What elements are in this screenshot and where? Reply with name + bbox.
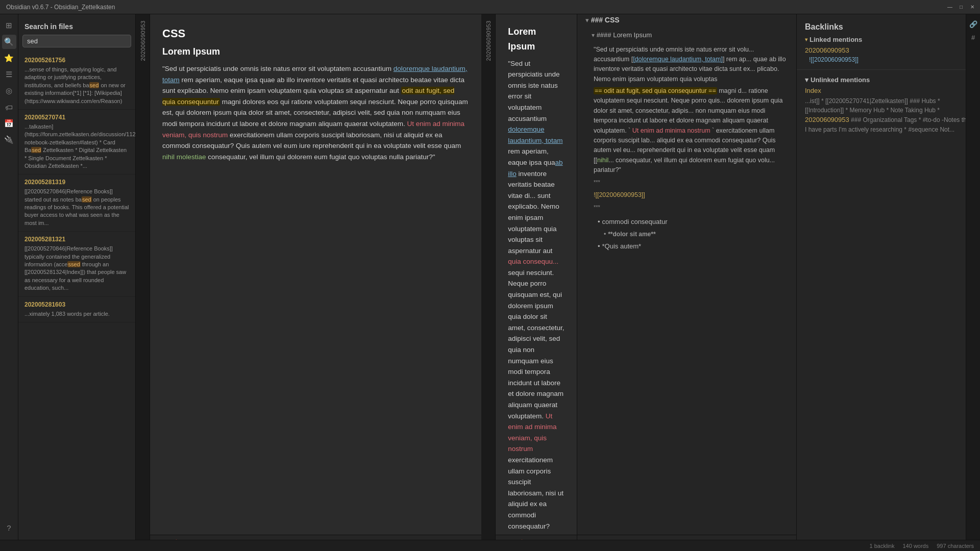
activity-search-icon[interactable]: 🔍 (2, 35, 16, 49)
triple-dot-1: *** (594, 178, 788, 187)
outline-item-commodi: • commodi consequatur (594, 216, 788, 229)
note-label-text-1: 202006090953 (140, 20, 146, 61)
preview-h4: #### Lorem Ipsum (597, 31, 652, 39)
unlinked-text: ...ist]] * [[202005270741|Zettelkasten]]… (805, 96, 972, 134)
bullet: • (598, 241, 600, 252)
result-id: 202005281321 (24, 236, 129, 243)
titlebar-controls[interactable]: — □ ✕ (946, 4, 976, 11)
notes-area: 202006090953 CSS Lorem Ipsum "Sed ut per… (136, 14, 577, 551)
linked-label: Linked mentions (810, 36, 862, 43)
note-label-text-2: 202006090953 (485, 20, 492, 61)
backlinks-unlinked-section: ▾ Unlinked mentions Index ...ist]] * [[2… (797, 76, 980, 134)
list-item[interactable]: 202005281321 [[202005270846|Reference Bo… (18, 232, 135, 296)
preview-content[interactable]: ▾ ### CSS ▾ #### Lorem Ipsum "Sed ut per… (577, 14, 796, 535)
backlinks-header: Backlinks (797, 14, 980, 36)
index-link[interactable]: Index (805, 87, 972, 94)
activity-graph-icon[interactable]: ◎ (2, 84, 16, 98)
highlight-ut-enim-1: Ut enim ad minima veniam, quis nostrum (162, 120, 464, 139)
activity-files-icon[interactable]: ⊞ (2, 18, 16, 33)
backlinks-sub-link[interactable]: ![[202006090953]] (809, 56, 972, 63)
note-subtitle-2: Lorem Ipsum (508, 24, 565, 54)
backlinks-inline-link[interactable]: 202006090953 (805, 116, 849, 123)
backlinks-divider (797, 69, 980, 70)
right-strip-link-icon[interactable]: 🔗 (968, 18, 979, 30)
link-doloremque-1[interactable]: doloremque laudantium, totam (162, 65, 468, 84)
highlight-red-preview: Ut enim ad minima nostrum (632, 127, 710, 134)
maximize-button[interactable]: □ (958, 4, 965, 11)
highlight-nihil-1: nihil molestiae (162, 153, 206, 161)
list-item[interactable]: 202005261756 ...sense of things, applyin… (18, 53, 135, 110)
result-id: 202005281319 (24, 179, 129, 186)
note-body-1: "Sed ut perspiciatis unde omnis iste nat… (162, 63, 469, 162)
note-content-1[interactable]: CSS Lorem Ipsum "Sed ut perspiciatis und… (150, 14, 481, 535)
note-subtitle-1: Lorem Ipsum (162, 44, 469, 59)
status-chars: 997 characters (937, 543, 974, 549)
result-id: 202005270741 (24, 114, 129, 121)
preview-sub-title: ▾ #### Lorem Ipsum (592, 30, 788, 41)
activity-bar: ⊞ 🔍 ⭐ ☰ ◎ 🏷 📅 🔌 ? ⚙ (0, 14, 18, 551)
backlinks-linked-section: ▾ Linked mentions 202006090953 ![[202006… (797, 36, 980, 63)
note-body-2: "Sed ut perspiciatis unde omnis iste nat… (508, 58, 565, 535)
activity-tags-icon[interactable]: 🏷 (2, 100, 16, 114)
right-strip-hash-icon[interactable]: # (968, 32, 979, 43)
preview-section-title: ▾ ### CSS (585, 14, 788, 26)
list-item[interactable]: 202005270741 ...talkasten] (https://foru… (18, 110, 135, 174)
result-text: ...sense of things, applying logic, and … (24, 66, 129, 105)
unlinked-label: Unlinked mentions (811, 76, 870, 84)
sidebar-right: Backlinks ▾ Linked mentions 202006090953… (796, 14, 980, 551)
highlight-odit: odit aut fugit, sed quia consequuntur (162, 87, 454, 106)
activity-starred-icon[interactable]: ⭐ (2, 51, 16, 65)
activity-outline-icon[interactable]: ☰ (2, 67, 16, 82)
app-container: ⊞ 🔍 ⭐ ☰ ◎ 🏷 📅 🔌 ? ⚙ Search in files 2020… (0, 0, 980, 551)
link-doloremque-preview[interactable]: [doloremque laudantium, totam] (633, 56, 723, 63)
result-text: [[202005270846|Reference Books]] typical… (24, 245, 129, 292)
backlinks-link-id[interactable]: 202006090953 (805, 46, 972, 54)
outline-label-italic: *Quis autem* (602, 241, 642, 252)
link-doloremque-2[interactable]: doloremque laudantium, totam (508, 126, 562, 144)
activity-daily-icon[interactable]: 📅 (2, 116, 16, 131)
unlinked-arrow: ▾ (805, 76, 808, 84)
titlebar: Obsidian v0.6.7 - Obsidian_Zettelkasten … (0, 0, 980, 14)
right-edge-strip: 🔗 # (966, 14, 980, 551)
preview-body: "Sed ut perspiciatis unde omnis iste nat… (594, 45, 788, 212)
outline-label: commodi consequatur (602, 217, 668, 228)
highlight: sed (82, 196, 92, 203)
activity-plugin-icon[interactable]: 🔌 (2, 133, 16, 147)
note-column-1: 202006090953 CSS Lorem Ipsum "Sed ut per… (136, 14, 481, 551)
note-content-2[interactable]: Lorem Ipsum "Sed ut perspiciatis unde om… (496, 14, 577, 535)
outline-label-bold: **dolor sit ame** (608, 230, 655, 239)
close-button[interactable]: ✕ (969, 4, 976, 11)
result-id: 202005261756 (24, 57, 129, 64)
outline-item-quis: • *Quis autem* (594, 240, 788, 253)
search-input-wrap[interactable] (18, 35, 135, 53)
outline-items: • commodi consequatur • **dolor sit ame*… (594, 216, 788, 253)
preview-pane: ▾ ### CSS ▾ #### Lorem Ipsum "Sed ut per… (577, 14, 796, 551)
triple-dot-2: *** (594, 203, 788, 212)
list-item[interactable]: 202005281319 [[202005270846|Reference Bo… (18, 174, 135, 232)
result-text: ...ximately 1,083 words per article. (24, 310, 129, 318)
unlinked-mentions-title: ▾ Unlinked mentions (805, 76, 972, 84)
note-pane-2: Lorem Ipsum "Sed ut perspiciatis unde om… (496, 14, 577, 551)
statusbar: 1 backlink 140 words 997 characters (0, 540, 980, 551)
list-item[interactable]: 202005281603 ...ximately 1,083 words per… (18, 297, 135, 322)
highlight: ssed (67, 261, 80, 267)
note-column-2: 202006090953 Lorem Ipsum "Sed ut perspic… (481, 14, 577, 551)
activity-help-icon[interactable]: ? (2, 520, 16, 535)
note-title-1: CSS (162, 24, 469, 42)
result-id: 202005281603 (24, 301, 129, 308)
status-backlinks: 1 backlink (870, 543, 895, 549)
note-pane-1: CSS Lorem Ipsum "Sed ut perspiciatis und… (150, 14, 481, 551)
bullet: • (598, 217, 600, 228)
titlebar-title: Obsidian v0.6.7 - Obsidian_Zettelkasten (6, 4, 115, 11)
search-input[interactable] (22, 35, 131, 47)
result-text: [[202005270846|Reference Books]] started… (24, 188, 129, 227)
highlight-yellow-preview: == odit aut fugit, sed quia consequuntur… (594, 87, 717, 94)
note-label-strip-1: 202006090953 (136, 14, 150, 551)
link-nihil-preview[interactable]: nihil (597, 157, 608, 164)
highlight-ut-enim-2: Ut enim ad minima veniam, quis nostrum (508, 412, 556, 453)
note-label-strip-2: 202006090953 (481, 14, 496, 551)
sidebar-left: Search in files 202005261756 ...sense of… (18, 14, 136, 551)
minimize-button[interactable]: — (946, 4, 953, 11)
ref-link-1[interactable]: ![[202006090953]] (594, 190, 788, 200)
linked-mentions-title: ▾ Linked mentions (805, 36, 972, 43)
